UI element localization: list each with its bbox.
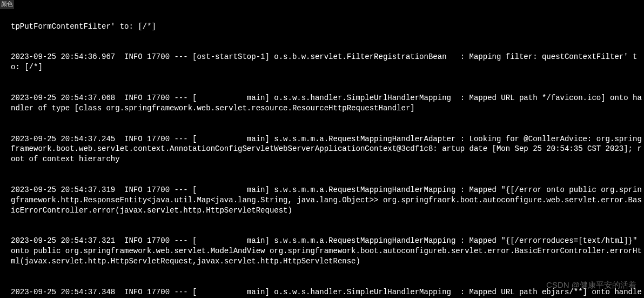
log-line: 2023-09-25 20:54:37.319 INFO 17700 --- [… xyxy=(11,185,642,216)
log-line: 2023-09-25 20:54:37.245 INFO 17700 --- [… xyxy=(11,134,642,165)
log-line: tpPutFormContentFilter' to: [/*] xyxy=(11,22,642,32)
terminal-output: tpPutFormContentFilter' to: [/*] 2023-09… xyxy=(2,1,642,298)
log-line: 2023-09-25 20:54:37.068 INFO 17700 --- [… xyxy=(11,93,642,114)
watermark-text: CSDN @健康平安的活着 xyxy=(546,280,636,290)
side-panel-label: 颜色 xyxy=(0,0,14,9)
log-line: 2023-09-25 20:54:36.967 INFO 17700 --- [… xyxy=(11,52,642,72)
log-line: 2023-09-25 20:54:37.321 INFO 17700 --- [… xyxy=(11,236,642,267)
